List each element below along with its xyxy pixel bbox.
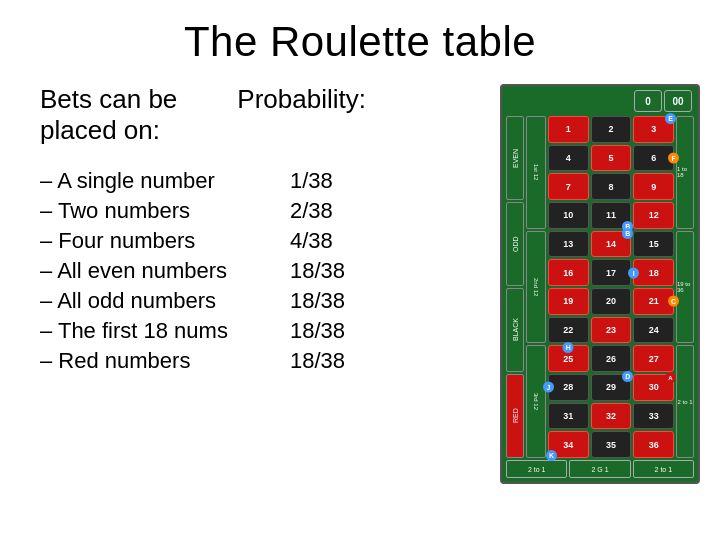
badge-j-28: J	[543, 382, 554, 393]
number-cell-3: 3E	[633, 116, 674, 143]
bet-probability: 2/38	[290, 198, 370, 224]
number-cell-13: 13	[548, 231, 589, 258]
page-title: The Roulette table	[184, 18, 536, 66]
badge-c-21: C	[668, 296, 679, 307]
bet-name: – All odd numbers	[40, 288, 270, 314]
placed-on-text: placed on:	[40, 115, 177, 146]
dozen-labels: 1st 12 2nd 12 3rd 12	[526, 116, 546, 458]
number-cell-14: 14B	[591, 231, 632, 258]
number-cell-22: 22	[548, 317, 589, 344]
number-cell-20: 20	[591, 288, 632, 315]
intro-row: Bets can be placed on: Probability:	[40, 84, 500, 158]
bet-row: – The first 18 nums18/38	[40, 318, 500, 344]
bet-name: – Red numbers	[40, 348, 270, 374]
bet-name: – The first 18 nums	[40, 318, 270, 344]
number-cell-8: 8	[591, 173, 632, 200]
number-cell-5: 5	[591, 145, 632, 172]
badge-k-34: K	[546, 450, 557, 461]
roulette-table-container: 0 00 EVEN ODD BLACK RED 1st 12 2nd 12	[500, 84, 710, 504]
numbers-row: 313233	[548, 403, 674, 430]
numbers-row: 456F	[548, 145, 674, 172]
badge-d-29: D	[622, 371, 633, 382]
red-label: RED	[506, 374, 524, 458]
bet-rows: – A single number1/38– Two numbers2/38– …	[40, 168, 500, 374]
badge-f-6: F	[668, 153, 679, 164]
number-cell-16: 16	[548, 259, 589, 286]
number-cell-31: 31	[548, 403, 589, 430]
bet-name: – Two numbers	[40, 198, 270, 224]
numbers-row: 34K3536	[548, 431, 674, 458]
number-cell-15: 15	[633, 231, 674, 258]
bet-probability: 18/38	[290, 258, 370, 284]
bet-row: – All even numbers18/38	[40, 258, 500, 284]
bet-name: – All even numbers	[40, 258, 270, 284]
bet-probability: 18/38	[290, 348, 370, 374]
number-cell-29: 29D	[591, 374, 632, 401]
number-cell-35: 35	[591, 431, 632, 458]
odd-label: ODD	[506, 202, 524, 286]
numbers-row: 123E	[548, 116, 674, 143]
numbers-row: 789	[548, 173, 674, 200]
number-cell-24: 24	[633, 317, 674, 344]
number-cell-27: 27	[633, 345, 674, 372]
numbers-grid: 123E456F7891011B121314B15161718I192021C2…	[548, 116, 674, 458]
bet-name: – A single number	[40, 168, 270, 194]
number-cell-17: 17	[591, 259, 632, 286]
number-cell-1: 1	[548, 116, 589, 143]
number-cell-32: 32	[591, 403, 632, 430]
number-cell-21: 21C	[633, 288, 674, 315]
number-cell-12: 12	[633, 202, 674, 229]
number-cell-19: 19	[548, 288, 589, 315]
bet-probability: 18/38	[290, 288, 370, 314]
badge-b-14: B	[622, 228, 633, 239]
third-dozen: 3rd 12	[526, 345, 546, 458]
number-cell-30: 30A	[633, 374, 674, 401]
number-cell-4: 4	[548, 145, 589, 172]
number-cell-25: 25H	[548, 345, 589, 372]
first-dozen: 1st 12	[526, 116, 546, 229]
numbers-row: 1314B15	[548, 231, 674, 258]
zeros-row: 0 00	[506, 90, 694, 112]
content-area: Bets can be placed on: Probability: – A …	[0, 84, 720, 504]
bet-row: – All odd numbers18/38	[40, 288, 500, 314]
roulette-table: 0 00 EVEN ODD BLACK RED 1st 12 2nd 12	[500, 84, 700, 484]
bet-row: – Four numbers4/38	[40, 228, 500, 254]
numbers-row: 1011B12	[548, 202, 674, 229]
left-panel: Bets can be placed on: Probability: – A …	[40, 84, 500, 504]
number-cell-7: 7	[548, 173, 589, 200]
second-dozen: 2nd 12	[526, 231, 546, 344]
main-grid-area: EVEN ODD BLACK RED 1st 12 2nd 12 3rd 12 …	[506, 116, 694, 458]
number-cell-18: 18I	[633, 259, 674, 286]
badge-i-18: I	[628, 267, 639, 278]
badge-e-3: E	[665, 113, 676, 124]
number-cell-2: 2	[591, 116, 632, 143]
badge-a-30: A	[665, 372, 676, 383]
number-cell-9: 9	[633, 173, 674, 200]
bottom-bets: 2 to 1 2 G 1 2 to 1	[506, 460, 694, 478]
bet-row: – Two numbers2/38	[40, 198, 500, 224]
col-2to1-a: 2 to 1	[676, 345, 694, 458]
bets-can-be-text: Bets can be	[40, 84, 177, 115]
bets-intro-block: Bets can be placed on:	[40, 84, 177, 158]
number-cell-10: 10	[548, 202, 589, 229]
probability-label: Probability:	[237, 84, 366, 158]
bet-probability: 4/38	[290, 228, 370, 254]
number-cell-28: 28J	[548, 374, 589, 401]
side-labels: EVEN ODD BLACK RED	[506, 116, 524, 458]
zero-cell: 0	[634, 90, 662, 112]
col19-to-36: 19 to 36	[676, 231, 694, 344]
number-cell-36: 36	[633, 431, 674, 458]
numbers-row: 28J29D30A	[548, 374, 674, 401]
bottom-bet-2to1-1: 2 to 1	[506, 460, 567, 478]
number-cell-26: 26	[591, 345, 632, 372]
double-zero-cell: 00	[664, 90, 692, 112]
bet-row: – Red numbers18/38	[40, 348, 500, 374]
number-cell-11: 11B	[591, 202, 632, 229]
col1-to-18: 1 to 18	[676, 116, 694, 229]
numbers-row: 161718I	[548, 259, 674, 286]
bet-probability: 18/38	[290, 318, 370, 344]
numbers-row: 222324	[548, 317, 674, 344]
bottom-bet-2G1: 2 G 1	[569, 460, 630, 478]
bet-probability: 1/38	[290, 168, 370, 194]
number-cell-34: 34K	[548, 431, 589, 458]
